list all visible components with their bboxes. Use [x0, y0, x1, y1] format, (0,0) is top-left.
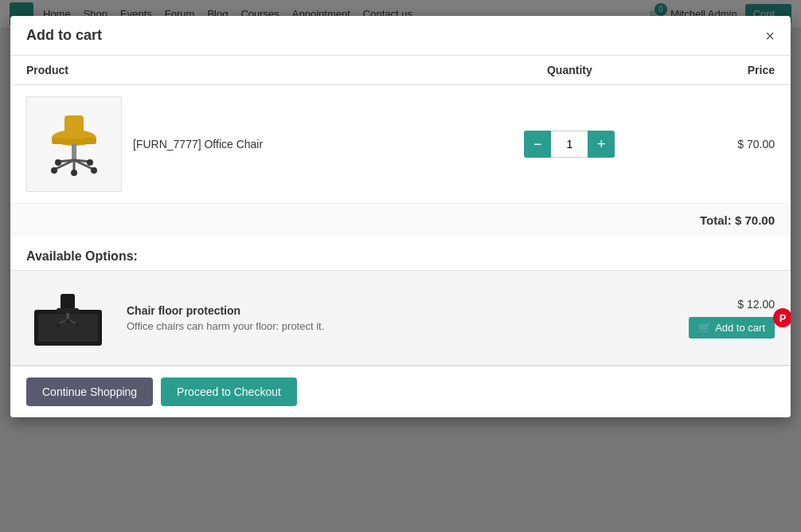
table-row: [FURN_7777] Office Chair − + $ 70.00	[10, 85, 791, 204]
svg-rect-2	[64, 115, 84, 139]
price-column-header: Price	[674, 56, 791, 85]
product-name: [FURN_7777] Office Chair	[133, 138, 263, 151]
svg-point-22	[76, 323, 80, 327]
quantity-column-header: Quantity	[466, 56, 674, 85]
product-image-svg	[38, 104, 110, 184]
product-column-header: Product	[10, 56, 466, 85]
add-to-cart-modal: Add to cart × Product Quantity Price	[10, 16, 791, 417]
svg-rect-16	[61, 294, 75, 310]
modal-title: Add to cart	[26, 27, 102, 44]
svg-point-23	[66, 319, 70, 323]
svg-point-9	[51, 167, 57, 174]
product-image	[26, 96, 122, 192]
modal-footer: Continue Shopping Proceed to Checkout	[10, 366, 791, 417]
modal-overlay: Add to cart × Product Quantity Price	[0, 0, 801, 532]
modal-close-button[interactable]: ×	[765, 28, 775, 44]
svg-point-12	[55, 159, 61, 166]
svg-point-11	[71, 170, 77, 176]
pinterest-icon[interactable]: P	[773, 308, 791, 327]
option-add-to-cart-button[interactable]: 🛒 Add to cart	[689, 317, 775, 338]
price-cell: $ 70.00	[674, 85, 791, 204]
option-price: $ 12.00	[737, 298, 775, 311]
svg-point-13	[87, 159, 93, 166]
total-row: Total: $ 70.00	[10, 204, 791, 237]
table-header-row: Product Quantity Price	[10, 56, 791, 85]
quantity-input[interactable]	[551, 131, 588, 158]
option-price-column: $ 12.00 🛒 Add to cart	[689, 298, 775, 338]
total-cell: Total: $ 70.00	[10, 204, 791, 237]
quantity-control: − +	[482, 131, 658, 158]
option-description: Office chairs can harm your floor: prote…	[127, 320, 689, 332]
option-add-to-cart-label: Add to cart	[715, 322, 765, 334]
option-item: Chair floor protection Office chairs can…	[10, 270, 791, 366]
cart-small-icon: 🛒	[698, 322, 711, 334]
option-name: Chair floor protection	[127, 304, 689, 317]
svg-point-21	[57, 323, 61, 327]
quantity-cell: − +	[466, 85, 674, 204]
option-image	[26, 282, 114, 354]
product-cell: [FURN_7777] Office Chair	[10, 85, 466, 204]
option-image-svg	[30, 286, 110, 350]
svg-rect-3	[72, 144, 76, 160]
svg-point-10	[91, 167, 97, 174]
quantity-decrease-button[interactable]: −	[524, 131, 551, 158]
cart-table: Product Quantity Price	[10, 56, 791, 237]
modal-header: Add to cart ×	[10, 16, 791, 56]
svg-rect-17	[57, 308, 79, 313]
option-details: Chair floor protection Office chairs can…	[127, 304, 689, 332]
available-options-heading: Available Options:	[10, 237, 791, 270]
product-cell-inner: [FURN_7777] Office Chair	[26, 96, 450, 192]
quantity-increase-button[interactable]: +	[588, 131, 615, 158]
proceed-to-checkout-button[interactable]: Proceed to Checkout	[161, 377, 297, 406]
continue-shopping-button[interactable]: Continue Shopping	[26, 377, 153, 406]
